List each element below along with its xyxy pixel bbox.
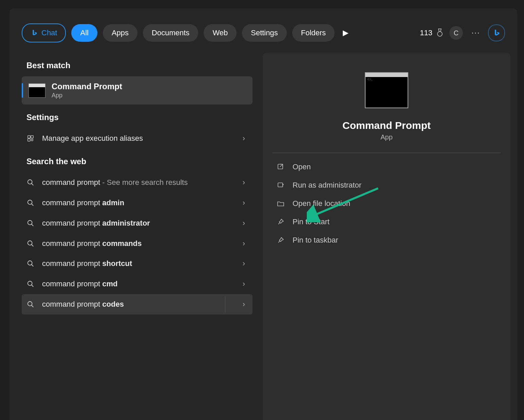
- search-window: Chat All Apps Documents Web Settings Fol…: [10, 8, 517, 420]
- svg-line-17: [32, 305, 34, 307]
- rewards-score[interactable]: 113: [420, 28, 444, 38]
- settings-header: Settings: [26, 113, 252, 122]
- results-column: Best match Command Prompt App Settings M…: [22, 53, 252, 420]
- best-match-header: Best match: [26, 61, 252, 70]
- filter-tab-row: Chat All Apps Documents Web Settings Fol…: [10, 8, 517, 42]
- settings-item-manage-aliases[interactable]: Manage app execution aliases ›: [22, 128, 252, 149]
- filter-tab-web[interactable]: Web: [204, 24, 237, 42]
- rewards-score-value: 113: [420, 28, 432, 37]
- chat-tab[interactable]: Chat: [22, 23, 66, 42]
- svg-rect-1: [31, 136, 33, 138]
- preview-subtitle: App: [380, 133, 393, 141]
- bing-button[interactable]: [488, 24, 505, 41]
- divider: [272, 153, 501, 153]
- folder-icon: [276, 199, 285, 208]
- filter-tab-apps[interactable]: Apps: [103, 24, 137, 42]
- svg-rect-2: [28, 139, 30, 141]
- svg-point-14: [28, 281, 32, 286]
- overflow-forward-icon[interactable]: ▶: [340, 28, 351, 37]
- settings-item-icon: [26, 135, 35, 142]
- medal-icon: [436, 28, 444, 38]
- bing-logo-icon: [492, 29, 501, 37]
- open-icon: [276, 163, 285, 171]
- web-result-2[interactable]: command prompt administrator ›: [22, 213, 252, 233]
- action-label: Open file location: [293, 199, 350, 208]
- action-label: Open: [293, 163, 311, 171]
- action-label: Run as administrator: [293, 181, 361, 190]
- settings-item-label: Manage app execution aliases: [42, 133, 236, 144]
- web-result-label: command prompt admin: [42, 197, 236, 208]
- action-label: Pin to Start: [293, 217, 330, 226]
- svg-line-5: [32, 184, 34, 186]
- filter-tab-settings[interactable]: Settings: [242, 24, 287, 42]
- shield-icon: [276, 181, 285, 189]
- chevron-right-icon: ›: [243, 134, 245, 143]
- search-icon: [26, 179, 35, 186]
- best-match-subtitle: App: [52, 92, 122, 99]
- action-run-as-admin[interactable]: Run as administrator: [263, 176, 510, 194]
- svg-point-3: [31, 139, 33, 141]
- chevron-right-icon: ›: [243, 259, 245, 268]
- chevron-right-icon: ›: [243, 198, 245, 207]
- svg-point-8: [28, 220, 32, 225]
- web-result-label: command prompt shortcut: [42, 258, 236, 269]
- web-result-6[interactable]: command prompt codes ›: [22, 294, 252, 314]
- web-result-label: command prompt - See more search results: [42, 177, 236, 188]
- filter-tab-all[interactable]: All: [71, 24, 97, 42]
- chat-tab-label: Chat: [41, 28, 57, 37]
- svg-point-10: [28, 241, 32, 245]
- svg-line-11: [32, 244, 34, 246]
- svg-line-13: [32, 265, 34, 267]
- action-pin-to-taskbar[interactable]: Pin to taskbar: [263, 231, 510, 249]
- chevron-right-icon: ›: [243, 239, 245, 248]
- filter-tab-folders[interactable]: Folders: [292, 24, 335, 42]
- best-match-result[interactable]: Command Prompt App: [22, 76, 252, 104]
- svg-line-7: [32, 204, 34, 206]
- svg-rect-0: [28, 136, 30, 138]
- web-result-5[interactable]: command prompt cmd ›: [22, 274, 252, 294]
- chevron-right-icon: ›: [243, 178, 245, 187]
- web-result-1[interactable]: command prompt admin ›: [22, 193, 252, 213]
- preview-header: C:\_ Command Prompt App: [263, 59, 510, 141]
- search-icon: [26, 301, 35, 308]
- web-result-4[interactable]: command prompt shortcut ›: [22, 253, 252, 274]
- search-icon: [26, 260, 35, 267]
- filter-tab-documents[interactable]: Documents: [143, 24, 198, 42]
- web-result-label: command prompt administrator: [42, 218, 236, 229]
- action-open-file-location[interactable]: Open file location: [263, 194, 510, 213]
- command-prompt-thumbnail: C:\_: [365, 72, 408, 108]
- more-options-icon[interactable]: ⋯: [468, 28, 483, 38]
- search-icon: [26, 219, 35, 227]
- svg-point-6: [28, 200, 32, 204]
- svg-line-9: [32, 224, 34, 226]
- svg-rect-19: [278, 183, 283, 187]
- web-result-label: command prompt codes: [42, 299, 236, 310]
- pin-icon: [276, 236, 285, 244]
- command-prompt-icon: [29, 83, 45, 98]
- web-result-0[interactable]: command prompt - See more search results…: [22, 172, 252, 193]
- action-label: Pin to taskbar: [293, 236, 338, 245]
- svg-point-12: [28, 261, 32, 265]
- web-header: Search the web: [26, 157, 252, 166]
- search-icon: [26, 280, 35, 288]
- web-result-label: command prompt commands: [42, 238, 236, 249]
- search-icon: [26, 199, 35, 207]
- action-pin-to-start[interactable]: Pin to Start: [263, 213, 510, 231]
- web-result-3[interactable]: command prompt commands ›: [22, 233, 252, 254]
- best-match-title: Command Prompt: [52, 82, 122, 91]
- bing-icon: [31, 29, 38, 37]
- chevron-right-icon: ›: [243, 219, 245, 228]
- action-open[interactable]: Open: [263, 158, 510, 176]
- web-result-label: command prompt cmd: [42, 279, 236, 289]
- chevron-right-icon: ›: [243, 300, 245, 309]
- user-avatar[interactable]: C: [449, 26, 463, 40]
- preview-title: Command Prompt: [342, 120, 431, 131]
- search-icon: [26, 240, 35, 247]
- preview-panel: C:\_ Command Prompt App Open Run as admi…: [263, 53, 510, 420]
- svg-point-16: [28, 302, 32, 306]
- svg-point-4: [28, 180, 32, 184]
- svg-line-15: [32, 285, 34, 287]
- chevron-right-icon: ›: [243, 280, 245, 288]
- pin-icon: [276, 218, 285, 226]
